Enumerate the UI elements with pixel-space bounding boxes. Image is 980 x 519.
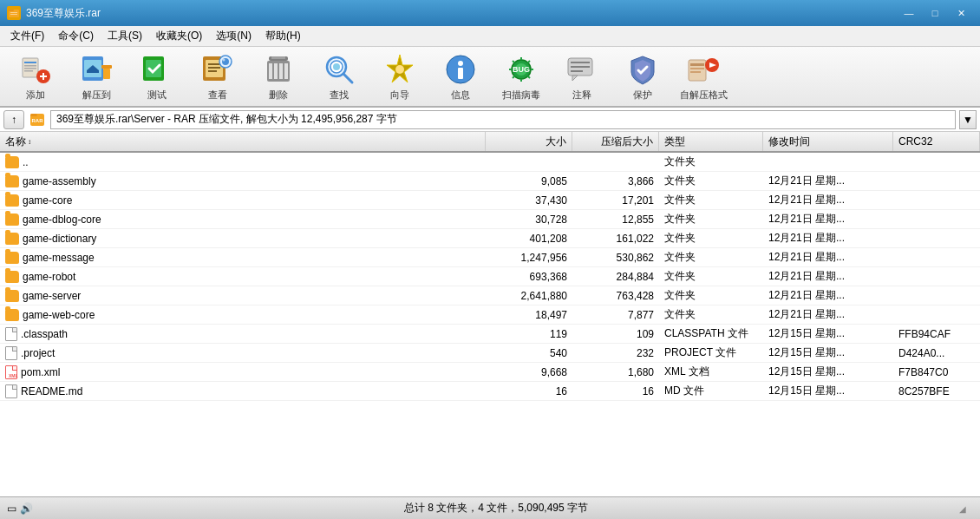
col-header-size[interactable]: 大小: [486, 132, 572, 151]
folder-icon: [5, 233, 19, 245]
cell-name-9: .classpath: [0, 325, 486, 343]
svg-rect-23: [208, 63, 220, 65]
table-row[interactable]: .project540232PROJECT 文件12月15日 星期...D424…: [0, 344, 980, 363]
menu-item-命令C[interactable]: 命令(C): [51, 27, 101, 45]
table-row[interactable]: README.md1616MD 文件12月15日 星期...8C257BFE: [0, 382, 980, 401]
cell-name-7: game-server: [0, 286, 486, 305]
cell-packed-10: 232: [572, 344, 659, 362]
info-icon: [443, 52, 478, 87]
table-row[interactable]: game-robot693,368284,884文件夹12月21日 星期...: [0, 267, 980, 286]
cell-size-2: 37,430: [486, 191, 572, 209]
cell-modified-8: 12月21日 星期...: [763, 305, 893, 324]
table-row[interactable]: XMLpom.xml9,6681,680XML 文档12月15日 星期...F7…: [0, 363, 980, 382]
menu-item-文件F[interactable]: 文件(F): [3, 27, 51, 45]
toolbar-btn-test[interactable]: 测试: [128, 50, 186, 102]
cell-crc-5: [893, 248, 980, 266]
delete-icon: [261, 52, 296, 87]
table-row[interactable]: game-web-core18,4977,877文件夹12月21日 星期...: [0, 305, 980, 325]
toolbar-btn-find[interactable]: 查找: [310, 50, 368, 102]
close-button[interactable]: ✕: [949, 4, 973, 22]
table-row[interactable]: ..文件夹: [0, 153, 980, 172]
add-icon: [18, 52, 53, 87]
table-row[interactable]: game-dblog-core30,72812,855文件夹12月21日 星期.…: [0, 210, 980, 229]
cell-size-0: [486, 153, 572, 171]
toolbar-btn-virus[interactable]: BUG 扫描病毒: [493, 50, 550, 102]
table-row[interactable]: game-assembly9,0853,866文件夹12月21日 星期...: [0, 172, 980, 191]
svg-point-28: [223, 58, 225, 61]
cell-packed-12: 16: [572, 382, 659, 400]
toolbar-btn-view[interactable]: 查看: [189, 50, 246, 102]
toolbar-btn-sfx[interactable]: 自解压格式: [675, 50, 732, 102]
col-header-name[interactable]: 名称 ↕: [0, 132, 486, 151]
toolbar-btn-info[interactable]: 信息: [432, 50, 489, 102]
table-row[interactable]: game-server2,641,880763,428文件夹12月21日 星期.…: [0, 286, 980, 305]
wizard-label: 向导: [390, 89, 409, 102]
cell-size-11: 9,668: [486, 363, 572, 381]
cell-modified-4: 12月21日 星期...: [763, 229, 893, 247]
file-icon: [5, 384, 17, 398]
col-header-type[interactable]: 类型: [659, 132, 763, 151]
svg-rect-35: [284, 63, 288, 79]
table-row[interactable]: game-message1,247,956530,862文件夹12月21日 星期…: [0, 248, 980, 267]
virus-icon: BUG: [504, 52, 539, 87]
table-row[interactable]: game-dictionary401,208161,022文件夹12月21日 星…: [0, 229, 980, 248]
menu-bar: 文件(F)命令(C)工具(S)收藏夹(O)选项(N)帮助(H): [0, 26, 980, 47]
toolbar-btn-wizard[interactable]: 向导: [371, 50, 428, 102]
cell-type-10: PROJECT 文件: [659, 344, 763, 362]
address-dropdown[interactable]: ▼: [959, 110, 977, 129]
svg-rect-7: [24, 65, 36, 67]
svg-rect-18: [101, 65, 112, 69]
toolbar-btn-comment[interactable]: 注释: [553, 50, 611, 102]
menu-item-帮助H[interactable]: 帮助(H): [258, 27, 308, 45]
menu-item-选项N[interactable]: 选项(N): [209, 27, 258, 45]
cell-type-9: CLASSPATH 文件: [659, 325, 763, 343]
cell-packed-4: 161,022: [572, 229, 659, 247]
cell-crc-2: [893, 191, 980, 209]
table-row[interactable]: game-core37,43017,201文件夹12月21日 星期...: [0, 191, 980, 210]
window-controls: — □ ✕: [897, 4, 973, 22]
minimize-button[interactable]: —: [897, 4, 921, 22]
address-path[interactable]: 369至尊娱乐.rar\Server - RAR 压缩文件, 解包大小为 12,…: [50, 110, 956, 129]
cell-crc-1: [893, 172, 980, 190]
svg-rect-44: [458, 68, 463, 79]
col-header-modified[interactable]: 修改时间: [763, 132, 893, 151]
cell-crc-9: FFB94CAF: [893, 325, 980, 343]
menu-item-收藏夹O[interactable]: 收藏夹(O): [149, 27, 209, 45]
menu-item-工具S[interactable]: 工具(S): [101, 27, 149, 45]
cell-packed-2: 17,201: [572, 191, 659, 209]
cell-packed-8: 7,877: [572, 305, 659, 324]
svg-rect-57: [571, 62, 590, 63]
find-label: 查找: [330, 89, 349, 102]
svg-marker-60: [572, 76, 578, 81]
toolbar-btn-protect[interactable]: 保护: [614, 50, 671, 102]
info-label: 信息: [451, 89, 470, 102]
toolbar-btn-add[interactable]: 添加: [7, 50, 64, 102]
maximize-button[interactable]: □: [923, 4, 947, 22]
svg-line-51: [513, 61, 515, 63]
find-icon: [322, 52, 356, 87]
cell-crc-8: [893, 305, 980, 324]
cell-size-6: 693,368: [486, 267, 572, 286]
up-button[interactable]: ↑: [3, 110, 24, 129]
cell-type-3: 文件夹: [659, 210, 763, 228]
svg-rect-62: [690, 63, 704, 66]
cell-modified-1: 12月21日 星期...: [763, 172, 893, 190]
cell-name-11: XMLpom.xml: [0, 363, 486, 381]
table-row[interactable]: .classpath119109CLASSPATH 文件12月15日 星期...…: [0, 325, 980, 344]
svg-rect-24: [208, 67, 220, 69]
svg-line-53: [528, 61, 531, 63]
file-icon: [5, 346, 17, 360]
protect-icon: [625, 52, 660, 87]
file-list-container: 名称 ↕ 大小 压缩后大小 类型 修改时间 CRC32 ..文件夹game-as…: [0, 132, 980, 496]
col-header-packed[interactable]: 压缩后大小: [572, 132, 659, 151]
cell-size-10: 540: [486, 344, 572, 362]
svg-rect-8: [24, 68, 36, 69]
col-header-crc[interactable]: CRC32: [893, 132, 980, 151]
file-list-header: 名称 ↕ 大小 压缩后大小 类型 修改时间 CRC32: [0, 132, 980, 153]
cell-crc-4: [893, 229, 980, 247]
svg-rect-34: [279, 63, 283, 79]
toolbar-btn-extract[interactable]: 解压到: [68, 50, 125, 102]
view-label: 查看: [208, 89, 227, 102]
toolbar-btn-delete[interactable]: 删除: [250, 50, 307, 102]
status-left: ▭ 🔊: [7, 503, 33, 515]
